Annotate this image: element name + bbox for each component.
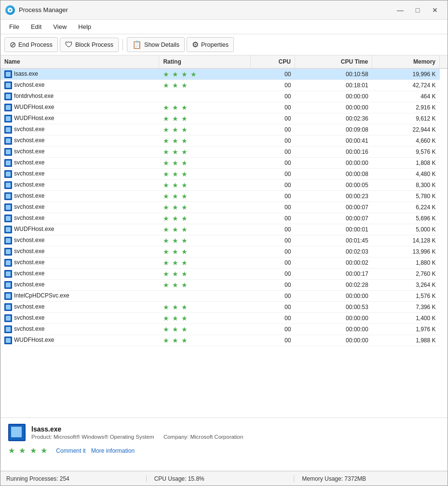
process-memory-cell: 6,224 K [372, 202, 440, 213]
process-name-cell: lsass.exe [0, 68, 159, 80]
end-process-button[interactable]: ⊘ End Process [4, 37, 58, 52]
table-row[interactable]: svchost.exe★ ★ ★0000:00:169,576 K [0, 147, 448, 158]
process-cpu-time-cell: 00:00:16 [295, 147, 372, 158]
process-memory-cell: 464 K [372, 91, 440, 102]
table-row[interactable]: svchost.exe★ ★ ★0000:02:0313,996 K [0, 246, 448, 257]
process-file-icon [4, 292, 12, 300]
properties-button[interactable]: ⚙ Properties [187, 37, 234, 52]
menu-help[interactable]: Help [73, 21, 96, 32]
process-file-icon [4, 248, 12, 256]
process-rating-cell: ★ ★ ★ [159, 80, 250, 91]
table-row[interactable]: svchost.exe★ ★ ★0000:01:4514,128 K [0, 235, 448, 246]
table-row[interactable]: svchost.exe★ ★ ★0000:00:537,396 K [0, 302, 448, 313]
table-row[interactable]: fontdrvhost.exe0000:00:00464 K [0, 91, 448, 102]
process-name-cell: svchost.exe [0, 302, 159, 313]
process-memory-cell: 22,944 K [372, 124, 440, 135]
window-title: Process Manager [19, 6, 393, 14]
process-rating-cell: ★ ★ ★ [159, 147, 250, 158]
table-row[interactable]: svchost.exe★ ★ ★0000:00:058,300 K [0, 180, 448, 191]
process-file-icon [4, 314, 12, 322]
table-row[interactable]: svchost.exe★ ★ ★0000:18:0142,724 K [0, 80, 448, 91]
more-info-link[interactable]: More information [91, 447, 135, 454]
table-row[interactable]: IntelCpHDCPSvc.exe0000:00:001,576 K [0, 291, 448, 302]
process-file-icon [4, 337, 12, 344]
process-file-icon [4, 170, 12, 178]
process-file-icon [4, 270, 12, 278]
status-cpu-usage: CPU Usage: 15.8% [146, 475, 294, 482]
process-name-cell: svchost.exe [0, 257, 159, 269]
process-cpu-time-cell: 00:00:41 [295, 135, 372, 147]
process-rating-cell: ★ ★ ★ [159, 158, 250, 169]
process-cpu-time-cell: 00:02:03 [295, 246, 372, 257]
process-name-cell: svchost.exe [0, 246, 159, 257]
show-details-button[interactable]: 📋 Show Details [127, 37, 185, 52]
table-row[interactable]: WUDFHost.exe★ ★ ★0000:02:369,612 K [0, 113, 448, 124]
table-row[interactable]: svchost.exe★ ★ ★0000:00:235,780 K [0, 191, 448, 202]
comment-link[interactable]: Comment it [56, 447, 85, 454]
table-row[interactable]: WUDFHost.exe★ ★ ★0000:00:015,000 K [0, 224, 448, 235]
process-cpu-cell: 00 [250, 280, 295, 291]
table-row[interactable]: svchost.exe★ ★ ★0000:09:0822,944 K [0, 124, 448, 135]
table-row[interactable]: WUDFHost.exe★ ★ ★0000:00:001,988 K [0, 335, 448, 346]
table-row[interactable]: svchost.exe★ ★ ★0000:00:021,880 K [0, 257, 448, 269]
table-row[interactable]: svchost.exe★ ★ ★0000:00:084,480 K [0, 169, 448, 180]
process-cpu-cell: 00 [250, 180, 295, 191]
process-file-icon [4, 148, 12, 156]
detail-process-name: lsass.exe [31, 425, 440, 433]
table-row[interactable]: svchost.exe★ ★ ★0000:00:001,400 K [0, 313, 448, 324]
process-cpu-time-cell: 00:00:00 [295, 313, 372, 324]
process-cpu-time-cell: 00:00:17 [295, 269, 372, 280]
process-name-cell: svchost.exe [0, 180, 159, 191]
process-rating-cell: ★ ★ ★ [159, 135, 250, 147]
process-cpu-cell: 00 [250, 302, 295, 313]
detail-info: lsass.exe Product: Microsoft® Windows® O… [31, 425, 440, 440]
process-memory-cell: 2,916 K [372, 102, 440, 113]
table-row[interactable]: svchost.exe★ ★ ★0000:02:283,264 K [0, 280, 448, 291]
process-cpu-cell: 00 [250, 335, 295, 346]
table-row[interactable]: WUDFHost.exe★ ★ ★0000:00:002,916 K [0, 102, 448, 113]
process-name-cell: WUDFHost.exe [0, 113, 159, 124]
col-name[interactable]: Name [0, 55, 159, 68]
process-memory-cell: 1,880 K [372, 257, 440, 269]
col-cpu-time[interactable]: CPU Time [295, 55, 372, 68]
process-rating-cell: ★ ★ ★ [159, 124, 250, 135]
col-rating[interactable]: Rating [159, 55, 250, 68]
process-file-icon [4, 303, 12, 311]
detail-links: Comment it More information [56, 447, 138, 454]
col-memory[interactable]: Memory [372, 55, 440, 68]
process-cpu-cell: 00 [250, 257, 295, 269]
process-file-icon [4, 192, 12, 200]
table-row[interactable]: svchost.exe★ ★ ★0000:00:075,696 K [0, 213, 448, 224]
process-cpu-time-cell: 00:00:08 [295, 169, 372, 180]
menu-view[interactable]: View [48, 21, 71, 32]
status-running-processes: Running Processes: 254 [6, 475, 146, 482]
table-row[interactable]: svchost.exe★ ★ ★0000:00:076,224 K [0, 202, 448, 213]
process-cpu-cell: 00 [250, 102, 295, 113]
process-memory-cell: 19,996 K [372, 68, 440, 80]
process-cpu-time-cell: 00:00:07 [295, 213, 372, 224]
menu-file[interactable]: File [4, 21, 24, 32]
process-cpu-cell: 00 [250, 113, 295, 124]
table-row[interactable]: svchost.exe★ ★ ★0000:00:001,976 K [0, 324, 448, 335]
process-rating-cell: ★ ★ ★ [159, 335, 250, 346]
process-memory-cell: 13,996 K [372, 246, 440, 257]
process-file-icon [4, 281, 12, 289]
block-process-button[interactable]: 🛡 Block Process [60, 38, 119, 52]
minimize-button[interactable]: — [393, 3, 408, 17]
table-row[interactable]: svchost.exe★ ★ ★0000:00:414,660 K [0, 135, 448, 147]
maximize-button[interactable]: □ [410, 3, 425, 17]
process-file-icon [4, 115, 12, 122]
process-table-container[interactable]: Name Rating CPU CPU Time Memory lsass.ex… [0, 55, 448, 418]
table-row[interactable]: svchost.exe★ ★ ★0000:00:172,760 K [0, 269, 448, 280]
close-button[interactable]: ✕ [427, 3, 443, 17]
process-name-cell: svchost.exe [0, 80, 159, 91]
process-memory-cell: 5,696 K [372, 213, 440, 224]
table-row[interactable]: svchost.exe★ ★ ★0000:00:001,808 K [0, 158, 448, 169]
process-rating-cell: ★ ★ ★ [159, 213, 250, 224]
menu-edit[interactable]: Edit [26, 21, 46, 32]
process-table: Name Rating CPU CPU Time Memory lsass.ex… [0, 55, 448, 346]
process-cpu-time-cell: 00:02:28 [295, 280, 372, 291]
process-memory-cell: 1,576 K [372, 291, 440, 302]
table-row[interactable]: lsass.exe★ ★ ★ ★0000:10:5819,996 K [0, 68, 448, 80]
col-cpu[interactable]: CPU [250, 55, 295, 68]
